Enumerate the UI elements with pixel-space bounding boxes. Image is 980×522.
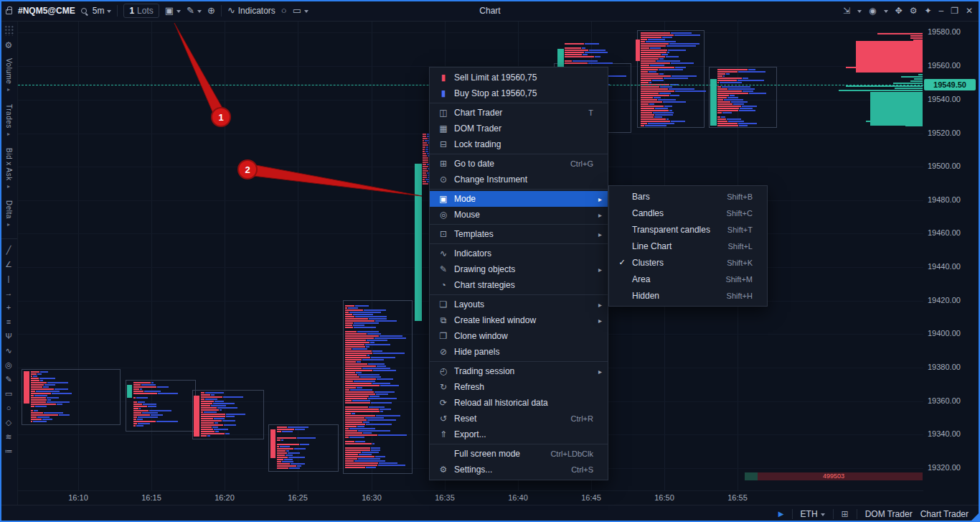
angle-tool[interactable]: ∠ xyxy=(5,261,12,269)
screenshot-icon[interactable]: ◉ xyxy=(869,6,876,15)
resize-grip[interactable] xyxy=(971,513,979,521)
rail-panel-bid-x-ask[interactable]: Bid x Ask▸ xyxy=(5,148,13,190)
link-lock-icon[interactable] xyxy=(6,9,12,14)
submenu-item-hidden[interactable]: HiddenShift+H xyxy=(609,287,767,304)
dom-trader-button[interactable]: DOM Trader xyxy=(865,509,913,519)
cluster-bar xyxy=(31,397,46,399)
ellipse-tool[interactable]: ○ xyxy=(6,404,11,412)
chart-style-button[interactable]: ▣ xyxy=(165,6,181,15)
menu-item-layouts[interactable]: ❏Layouts▸ xyxy=(430,297,608,312)
session-select[interactable]: ETH xyxy=(801,509,825,519)
cluster-bar xyxy=(345,443,372,444)
calendar-icon[interactable]: ⊞ xyxy=(842,510,849,518)
menu-item-create-linked-window[interactable]: ⧉Create linked window▸ xyxy=(430,312,608,328)
drawing-tools-button[interactable]: ✎ xyxy=(187,6,202,15)
pitchfork-tool[interactable]: Ψ xyxy=(5,332,11,340)
arrow-tool[interactable]: → xyxy=(5,289,13,297)
channel-tool[interactable]: ≋ xyxy=(5,433,11,441)
menu-item-templates[interactable]: ⊡Templates▸ xyxy=(430,226,608,242)
cluster-bar xyxy=(31,384,44,386)
lots-input[interactable]: 1 Lots xyxy=(123,4,159,18)
panel-resize-icon[interactable]: ⇲ xyxy=(843,6,850,15)
menu-item-reset[interactable]: ↺ResetCtrl+R xyxy=(430,411,608,427)
rail-panel-volume[interactable]: Volume▸ xyxy=(5,58,13,93)
vertical-line-tool[interactable]: | xyxy=(8,275,10,283)
time-axis-label: 16:50 xyxy=(654,493,674,502)
menu-item-sell-limit[interactable]: ▮Sell Limit at 19560,75 xyxy=(430,70,608,85)
horizontal-line-tool[interactable]: ≡ xyxy=(6,318,11,326)
close-icon[interactable]: ✕ xyxy=(966,6,973,15)
menu-item-indicators[interactable]: ∿Indicators xyxy=(430,246,608,261)
rail-panel-trades[interactable]: Trades▸ xyxy=(5,104,13,137)
menu-item-dom-trader[interactable]: ▦DOM Trader xyxy=(430,121,608,136)
chart-trader-button[interactable]: Chart Trader xyxy=(920,509,969,519)
symbol-search-icon[interactable] xyxy=(81,8,87,14)
timeframe-select[interactable]: 5m xyxy=(93,6,112,16)
cluster-bar xyxy=(136,425,143,427)
menu-item-full-screen-mode[interactable]: Full screen modeCtrl+LDbClk xyxy=(430,446,608,462)
submenu-item-candles[interactable]: CandlesShift+C xyxy=(609,205,767,221)
cluster-bar xyxy=(374,337,405,339)
submenu-item-line-chart[interactable]: Line ChartShift+L xyxy=(609,238,767,254)
menu-item-mouse[interactable]: ◎Mouse▸ xyxy=(430,207,608,223)
wave-tool[interactable]: ∿ xyxy=(5,347,11,355)
indicators-button[interactable]: ∿ Indicators xyxy=(227,6,275,15)
cluster-bar xyxy=(368,363,385,365)
menu-item-drawing-objects[interactable]: ✎Drawing objects▸ xyxy=(430,261,608,277)
submenu-item-transparent-candles[interactable]: Transparent candlesShift+T xyxy=(609,221,767,238)
measure-tool[interactable]: ▭ xyxy=(5,390,12,398)
crosshair-button[interactable]: ○ xyxy=(281,6,287,15)
pin-window-icon[interactable]: ✦ xyxy=(924,6,931,15)
cross-tool[interactable]: + xyxy=(6,304,11,312)
cluster-bar xyxy=(423,166,428,167)
drag-handle-icon[interactable] xyxy=(4,25,14,36)
price-axis[interactable]: 19580.0019560.0019540.0019520.0019500.00… xyxy=(923,22,980,490)
menu-item-chart-strategies[interactable]: ◔Chart strategies xyxy=(430,277,608,293)
fullscreen-toggle-icon[interactable]: ✥ xyxy=(895,6,903,15)
panels-button[interactable]: ▭ xyxy=(293,6,308,15)
target-tool[interactable]: ◎ xyxy=(5,361,12,369)
rail-panel-delta[interactable]: Delta▸ xyxy=(5,200,13,228)
cluster-bar xyxy=(363,432,372,434)
objects-list-tool[interactable]: ≔ xyxy=(5,447,13,455)
menu-item-refresh[interactable]: ↻Refresh xyxy=(430,379,608,395)
menu-item-label: Candles xyxy=(629,208,720,218)
menu-item-export[interactable]: ⇑Export... xyxy=(430,427,608,442)
zoom-button[interactable]: ⊕ xyxy=(207,6,215,15)
brush-tool[interactable]: ✎ xyxy=(5,376,11,383)
restore-icon[interactable]: ❐ xyxy=(951,6,958,15)
submenu-item-area[interactable]: AreaShift+M xyxy=(609,271,767,287)
trend-line-tool[interactable]: ╱ xyxy=(6,246,11,254)
cluster-bar xyxy=(31,421,32,422)
menu-item-lock-trading[interactable]: ⊟Lock trading xyxy=(430,136,608,152)
cluster-bar xyxy=(360,376,381,378)
menu-item-clone-window[interactable]: ❐Clone window xyxy=(430,328,608,344)
menu-item-change-instrument[interactable]: ⊙Change Instrument xyxy=(430,172,608,187)
menu-item-trading-session[interactable]: ◴Trading session▸ xyxy=(430,363,608,379)
submenu-item-clusters[interactable]: ✓ClustersShift+K xyxy=(609,254,767,271)
menu-item-hide-panels[interactable]: ⊘Hide panels xyxy=(430,344,608,360)
cluster-bar xyxy=(138,401,145,403)
chart-settings-icon[interactable]: ⚙ xyxy=(910,6,918,15)
menu-item-reload-all-historical-data[interactable]: ⟳Reload all historical data xyxy=(430,395,608,411)
menu-item-mode[interactable]: ▣Mode▸ xyxy=(430,191,608,207)
polygon-tool[interactable]: ◇ xyxy=(6,419,11,427)
time-axis[interactable]: 16:1016:1516:2016:2516:3016:3516:4016:45… xyxy=(18,490,923,505)
cluster-bar xyxy=(649,71,656,73)
menu-item-chart-trader[interactable]: ◫Chart TraderT xyxy=(430,105,608,121)
menu-item-buy-stop[interactable]: ▮Buy Stop at 19560,75 xyxy=(430,85,608,101)
rail-settings-icon[interactable]: ⚙ xyxy=(5,41,13,50)
cluster-bar xyxy=(214,418,225,419)
cluster-bar xyxy=(664,106,672,107)
cluster-bar xyxy=(345,370,372,371)
menu-item-settings[interactable]: ⚙Settings...Ctrl+S xyxy=(430,462,608,477)
cluster-bar xyxy=(423,144,428,146)
cluster-bar xyxy=(345,467,365,468)
cluster-bar xyxy=(345,402,370,404)
scroll-right-icon[interactable]: ▶ xyxy=(778,511,784,518)
cluster-bar xyxy=(582,47,585,49)
minimize-icon[interactable]: – xyxy=(938,6,943,15)
menu-item-go-to-date[interactable]: ⊞Go to dateCtrl+G xyxy=(430,156,608,172)
submenu-item-bars[interactable]: BarsShift+B xyxy=(609,188,767,205)
symbol-label[interactable]: #NQM5@CME xyxy=(18,6,75,16)
